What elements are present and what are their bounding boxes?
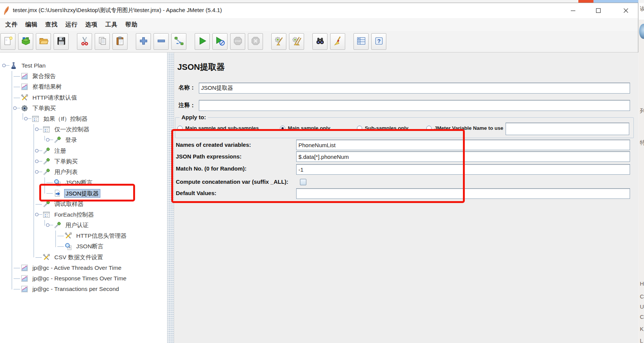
field-input-2[interactable]	[296, 164, 630, 175]
menu-item-6[interactable]: 帮助	[121, 19, 141, 30]
function-helper-button[interactable]	[354, 33, 369, 50]
radio-main-sample-and-sub-samples[interactable]: Main sample and sub-samples	[177, 125, 259, 131]
templates-button[interactable]	[18, 33, 33, 50]
tree-item[interactable]: 下单购买	[0, 103, 166, 114]
new-file-button[interactable]	[0, 33, 15, 50]
toolbar: STOP?	[0, 31, 638, 52]
json-extractor-config-panel: JSON提取器 名称： 注释： Apply to: Main sample an…	[174, 52, 638, 343]
tree-expand-handle[interactable]	[35, 213, 38, 216]
comment-input[interactable]	[199, 100, 630, 111]
tree-item[interactable]: JSON断言	[0, 241, 166, 252]
tree-connector-line	[14, 87, 20, 87]
tree-expand-handle[interactable]	[2, 64, 6, 67]
tree-item[interactable]: 用户列表	[0, 167, 166, 177]
tree-item[interactable]: Test Plan	[0, 60, 166, 71]
start-no-pauses-button[interactable]	[212, 33, 227, 50]
tree-item[interactable]: jp@gc - Active Threads Over Time	[0, 263, 166, 273]
paste-button[interactable]	[112, 33, 128, 50]
tree-item[interactable]: 下单购买	[0, 156, 166, 167]
tree-item-label: jp@gc - Transactions per Second	[31, 285, 120, 293]
tree-expand-handle[interactable]	[35, 160, 38, 163]
add-button[interactable]	[136, 33, 151, 50]
split-pane-divider[interactable]	[168, 52, 174, 343]
tree-item[interactable]: 如果（If）控制器	[0, 114, 166, 124]
tree-item[interactable]: ForEach控制器	[0, 209, 166, 220]
toggle-button[interactable]	[171, 33, 186, 50]
tree-item-label: 用户认证	[64, 221, 90, 229]
test-plan-tree[interactable]: Test Plan聚合报告察看结果树HTTP请求默认值下单购买如果（If）控制器…	[0, 52, 168, 343]
maximize-button[interactable]	[590, 5, 607, 17]
controller-icon	[43, 211, 50, 218]
menu-item-1[interactable]: 编辑	[22, 19, 41, 30]
tree-item[interactable]: 调试取样器	[0, 199, 166, 209]
tree-item[interactable]: jp@gc - Transactions per Second	[0, 284, 166, 294]
tree-expand-handle[interactable]	[24, 117, 28, 120]
tree-item-label: jp@gc - Active Threads Over Time	[31, 264, 123, 272]
tree-item[interactable]: HTTP请求默认值	[0, 92, 166, 103]
chart-icon	[21, 72, 28, 80]
tree-connector-line	[35, 257, 42, 258]
field-input-0[interactable]	[296, 140, 630, 150]
paste-icon	[115, 36, 125, 47]
tree-connector-line	[14, 98, 20, 98]
radio-jmeter-variable-name-to-use[interactable]: JMeter Variable Name to use	[426, 125, 503, 131]
start-button[interactable]	[195, 33, 210, 50]
open-file-button[interactable]	[36, 33, 51, 50]
tree-expand-handle[interactable]	[13, 106, 17, 110]
field-input-1[interactable]	[296, 151, 630, 162]
close-button[interactable]	[617, 5, 635, 17]
main-area: Test Plan聚合报告察看结果树HTTP请求默认值下单购买如果（If）控制器…	[0, 52, 638, 343]
tree-item[interactable]: 登录	[0, 135, 166, 145]
tree-item[interactable]: CSV 数据文件设置	[0, 252, 166, 263]
tree-item[interactable]: 用户认证	[0, 220, 166, 231]
tree-expand-handle[interactable]	[35, 149, 38, 152]
copy-button[interactable]	[95, 33, 110, 50]
clear-all-button[interactable]	[289, 33, 304, 50]
tree-connector-line	[49, 140, 53, 140]
clear-search-button[interactable]	[330, 33, 345, 50]
tree-item[interactable]: 注册	[0, 146, 166, 156]
cut-button[interactable]	[77, 33, 92, 50]
radio-label: Main sample and sub-samples	[185, 125, 259, 131]
tree-expand-handle[interactable]	[35, 128, 38, 131]
compute-concatenation-checkbox[interactable]	[300, 179, 306, 185]
tree-expand-handle[interactable]	[46, 223, 49, 227]
tree-expand-handle[interactable]	[35, 170, 38, 174]
tree-item[interactable]: 察看结果树	[0, 82, 166, 92]
tree-item[interactable]: 仅一次控制器	[0, 124, 166, 135]
jmeter-variable-name-input[interactable]	[506, 123, 629, 135]
clear-button[interactable]	[271, 33, 286, 50]
radio-sub-samples-only[interactable]: Sub-samples only	[357, 125, 409, 131]
tree-item[interactable]: JSON断言	[0, 177, 166, 188]
radio-main-sample-only[interactable]: Main sample only	[280, 125, 330, 131]
tree-expand-handle[interactable]	[46, 138, 49, 142]
save-button[interactable]	[54, 33, 69, 50]
tree-item[interactable]: HTTP信息头管理器	[0, 231, 166, 241]
help-button[interactable]: ?	[371, 33, 386, 50]
tree-connector-line	[17, 108, 20, 108]
tree-item-json-extractor[interactable]: JSON提取器	[0, 188, 166, 198]
assertion-icon	[65, 243, 72, 250]
remove-button[interactable]	[154, 33, 169, 50]
tree-connector-line	[49, 225, 53, 225]
menu-item-5[interactable]: 工具	[101, 19, 121, 30]
apply-to-label: Apply to:	[180, 114, 208, 120]
tree-item[interactable]: 聚合报告	[0, 71, 166, 82]
background-window-edge: 诶列特HCUCKL	[639, 3, 644, 343]
flask-icon	[10, 62, 17, 69]
menu-item-4[interactable]: 选项	[81, 19, 101, 30]
menu-item-0[interactable]: 文件	[2, 19, 22, 30]
clear-all-icon	[292, 36, 302, 47]
radio-label: Sub-samples only	[365, 125, 409, 131]
tree-item-label: 察看结果树	[31, 83, 63, 91]
field-input-4[interactable]	[296, 188, 630, 199]
tree-item[interactable]: jp@gc - Response Times Over Time	[0, 273, 166, 284]
tree-item-label: HTTP信息头管理器	[75, 232, 128, 240]
menu-item-2[interactable]: 查找	[41, 19, 61, 30]
name-input[interactable]	[199, 83, 630, 94]
field-label: Compute concatenation var (suffix _ALL):	[176, 178, 288, 185]
search-button[interactable]	[312, 33, 327, 50]
menu-item-3[interactable]: 运行	[61, 19, 81, 30]
tree-connector-line	[35, 204, 42, 205]
minimize-button[interactable]	[564, 5, 582, 17]
